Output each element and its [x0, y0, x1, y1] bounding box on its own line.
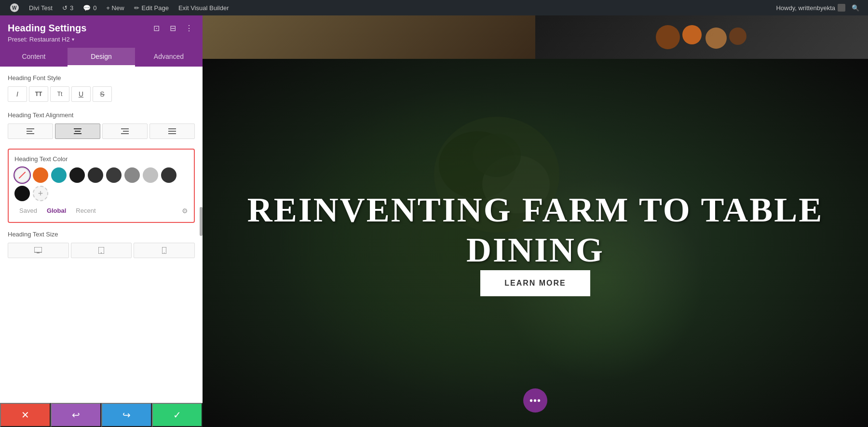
svg-rect-16: [121, 128, 129, 129]
font-style-row: I TT Tt U S: [8, 86, 195, 102]
color-swatch-orange[interactable]: [33, 167, 48, 183]
expand-icon[interactable]: ⊡: [150, 22, 162, 34]
redo-button[interactable]: ↪: [101, 403, 152, 427]
svg-point-6: [656, 25, 680, 49]
float-button-dots: •••: [529, 395, 541, 406]
svg-rect-18: [121, 133, 129, 134]
panel-tabs: Content Design Advanced: [0, 48, 203, 67]
color-swatch-empty[interactable]: [14, 167, 30, 183]
color-tab-global[interactable]: Global: [42, 205, 71, 216]
top-image-left: [203, 15, 535, 59]
svg-point-8: [705, 28, 727, 49]
confirm-button[interactable]: ✓: [152, 403, 203, 427]
avatar: [838, 4, 845, 12]
color-swatch-add[interactable]: +: [33, 186, 48, 201]
panel-header-top: Heading Settings ⊡ ⊟ ⋮: [8, 22, 195, 34]
admin-bar: W Divi Test ↺ 3 💬 0 + New ✏ Edit Page Ex…: [0, 0, 868, 15]
svg-rect-20: [168, 131, 176, 132]
wp-logo[interactable]: W: [5, 0, 24, 15]
font-style-label: Heading Font Style: [8, 74, 195, 82]
svg-rect-23: [34, 247, 42, 252]
align-justify-button[interactable]: [149, 124, 195, 139]
more-options-icon[interactable]: ⋮: [183, 22, 195, 34]
hero-content: Reinventing Farm to Table Dining Learn M…: [203, 190, 868, 296]
preset-arrow-icon: ▾: [72, 37, 74, 42]
size-row: [8, 243, 195, 258]
color-settings-icon[interactable]: ⚙: [182, 207, 188, 215]
scroll-indicator: [200, 207, 203, 236]
svg-rect-14: [75, 131, 81, 132]
color-tab-recent[interactable]: Recent: [71, 205, 100, 216]
underline-button[interactable]: U: [71, 86, 91, 102]
color-swatch-black[interactable]: [14, 186, 30, 201]
svg-rect-13: [74, 128, 81, 129]
color-swatch-teal[interactable]: [51, 167, 67, 183]
site-name[interactable]: Divi Test: [24, 0, 57, 15]
color-swatch-gray[interactable]: [124, 167, 140, 183]
color-section-label: Heading Text Color: [14, 155, 188, 163]
strikethrough-button[interactable]: S: [93, 86, 112, 102]
spices-decoration: [653, 18, 750, 56]
search-icon[interactable]: 🔍: [848, 4, 863, 12]
align-right-button[interactable]: [102, 124, 148, 139]
italic-button[interactable]: I: [8, 86, 27, 102]
cancel-button[interactable]: ✕: [0, 403, 51, 427]
comments-link[interactable]: 💬 0: [78, 0, 101, 15]
svg-point-7: [682, 25, 702, 44]
svg-rect-19: [168, 128, 176, 129]
hero-section: Reinventing Farm to Table Dining Learn M…: [203, 59, 868, 427]
new-button[interactable]: + New: [101, 0, 129, 15]
tab-content[interactable]: Content: [0, 48, 68, 67]
color-swatch-lightgray[interactable]: [143, 167, 158, 183]
action-bar: ✕ ↩ ↪ ✓: [0, 403, 203, 427]
panel-content: Heading Font Style I TT Tt U S Heading T…: [0, 67, 203, 403]
align-left-button[interactable]: [8, 124, 53, 139]
panel-header-icons: ⊡ ⊟ ⋮: [150, 22, 195, 34]
edit-page-button[interactable]: ✏ Edit Page: [129, 0, 174, 15]
svg-point-28: [164, 252, 165, 253]
svg-line-22: [19, 172, 26, 179]
svg-point-5: [473, 134, 521, 177]
color-swatches-row2: +: [14, 186, 188, 201]
color-tab-saved[interactable]: Saved: [14, 205, 42, 216]
main-content: Reinventing Farm to Table Dining Learn M…: [0, 15, 868, 427]
text-size-label: Heading Text Size: [8, 231, 195, 238]
columns-icon[interactable]: ⊟: [167, 22, 178, 34]
panel-header: Heading Settings ⊡ ⊟ ⋮ Preset: Restauran…: [0, 15, 203, 48]
svg-rect-12: [27, 133, 34, 134]
svg-rect-24: [37, 252, 40, 253]
svg-rect-15: [74, 133, 81, 134]
heading-text-color-section: Heading Text Color: [8, 149, 195, 223]
revisions-link[interactable]: ↺ 3: [57, 0, 78, 15]
svg-rect-17: [123, 131, 129, 132]
color-swatch-dark4[interactable]: [161, 167, 176, 183]
tab-advanced[interactable]: Advanced: [135, 48, 203, 67]
color-swatch-dark3[interactable]: [106, 167, 122, 183]
svg-rect-10: [27, 128, 34, 129]
alignment-row: [8, 124, 195, 139]
sidebar-panel: Heading Settings ⊡ ⊟ ⋮ Preset: Restauran…: [0, 15, 203, 427]
align-center-button[interactable]: [55, 124, 100, 139]
color-swatch-dark2[interactable]: [88, 167, 103, 183]
tab-design[interactable]: Design: [68, 48, 135, 67]
size-mobile-button[interactable]: [134, 243, 195, 258]
panel-preset[interactable]: Preset: Restaurant H2 ▾: [8, 36, 195, 43]
svg-point-26: [101, 252, 102, 253]
exit-builder-button[interactable]: Exit Visual Builder: [174, 0, 234, 15]
undo-button[interactable]: ↩: [51, 403, 101, 427]
color-swatch-dark1[interactable]: [69, 167, 85, 183]
top-image-right: [535, 15, 868, 59]
capitalize-button[interactable]: Tt: [50, 86, 69, 102]
color-tabs: Saved Global Recent ⚙: [14, 205, 188, 216]
size-tablet-button[interactable]: [71, 243, 132, 258]
float-action-button[interactable]: •••: [523, 388, 547, 413]
size-desktop-button[interactable]: [8, 243, 69, 258]
hero-title: Reinventing Farm to Table Dining: [203, 190, 868, 270]
svg-rect-11: [27, 131, 32, 132]
uppercase-button[interactable]: TT: [29, 86, 48, 102]
svg-text:W: W: [12, 5, 17, 11]
svg-point-9: [729, 28, 746, 45]
hero-learn-more-button[interactable]: Learn More: [480, 270, 590, 296]
svg-rect-21: [168, 133, 176, 134]
color-swatches-row: [14, 167, 188, 183]
